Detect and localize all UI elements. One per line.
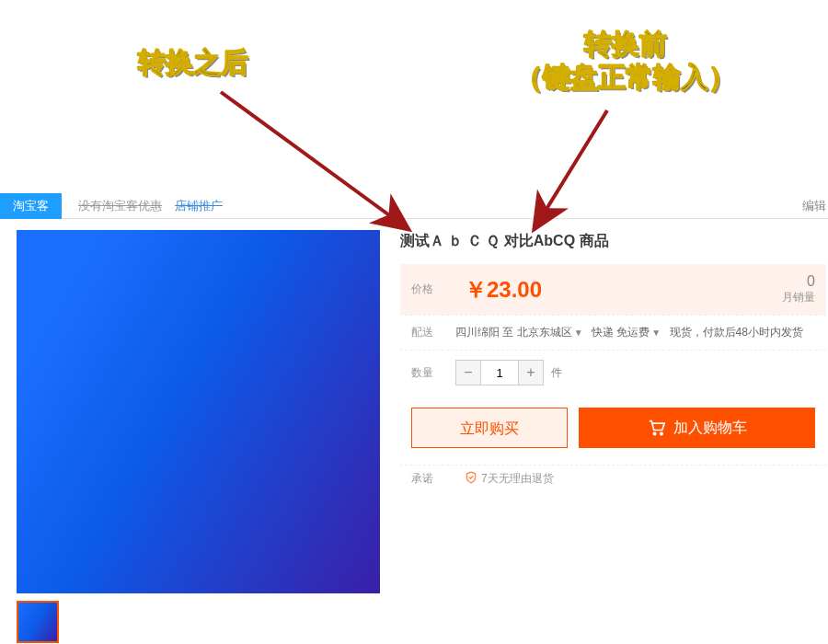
price-label: 价格	[411, 282, 455, 297]
ship-from: 四川绵阳	[455, 326, 500, 339]
main-product-image[interactable]	[17, 230, 380, 593]
edit-link[interactable]: 编辑	[802, 198, 826, 214]
tab-taobaoke[interactable]: 淘宝客	[0, 193, 62, 219]
shipping-label: 配送	[411, 325, 455, 340]
add-to-cart-button[interactable]: 加入购物车	[579, 408, 815, 448]
price-value: ￥23.00	[465, 275, 542, 305]
top-tab-bar: 淘宝客 没有淘宝客优惠 店铺推广 编辑	[0, 193, 828, 219]
product-gallery	[17, 230, 380, 643]
thumbnail-strip	[17, 601, 380, 643]
ship-to-word: 至	[502, 326, 513, 339]
promise-text: 7天无理由退货	[481, 471, 554, 487]
express-selector[interactable]: 快递 免运费▼	[592, 326, 670, 339]
shop-promo-link[interactable]: 店铺推广	[175, 198, 223, 214]
ship-to-selector[interactable]: 北京东城区▼	[517, 326, 592, 339]
product-details: 测试Ａ ｂ Ｃ Ｑ 对比AbCQ 商品 价格 ￥23.00 0 月销量 配送 四…	[400, 230, 826, 643]
svg-point-3	[660, 432, 661, 434]
shield-icon	[465, 471, 477, 487]
quantity-row: 数量 − + 件	[400, 350, 826, 395]
no-discount-text: 没有淘宝客优惠	[78, 198, 162, 214]
annotation-after: 转换之后	[138, 46, 248, 79]
price-band: 价格 ￥23.00 0 月销量	[400, 264, 826, 315]
cart-icon	[648, 420, 666, 436]
sales-count: 0	[782, 273, 815, 290]
promise-label: 承诺	[411, 471, 455, 487]
action-buttons: 立即购买 加入购物车	[400, 395, 826, 465]
quantity-unit: 件	[551, 365, 562, 381]
quantity-input[interactable]	[480, 361, 519, 385]
monthly-sales: 0 月销量	[782, 273, 815, 305]
qty-increase-button[interactable]: +	[519, 361, 543, 385]
thumbnail-1[interactable]	[17, 601, 59, 643]
product-content: 测试Ａ ｂ Ｃ Ｑ 对比AbCQ 商品 价格 ￥23.00 0 月销量 配送 四…	[17, 230, 826, 643]
chevron-down-icon: ▼	[651, 328, 661, 338]
quantity-stepper: − +	[455, 360, 544, 385]
qty-decrease-button[interactable]: −	[456, 361, 480, 385]
product-title: 测试Ａ ｂ Ｃ Ｑ 对比AbCQ 商品	[400, 232, 826, 251]
stock-text: 现货，付款后48小时内发货	[670, 326, 803, 339]
annotation-before: 转换前 （键盘正常输入）	[515, 28, 736, 94]
shipping-row: 配送 四川绵阳 至 北京东城区▼ 快递 免运费▼ 现货，付款后48小时内发货	[400, 315, 826, 350]
promise-row: 承诺 7天无理由退货	[400, 465, 826, 492]
sales-label: 月销量	[782, 291, 815, 304]
svg-point-2	[653, 432, 655, 434]
buy-now-button[interactable]: 立即购买	[411, 408, 568, 448]
quantity-label: 数量	[411, 365, 455, 381]
chevron-down-icon: ▼	[574, 328, 583, 338]
